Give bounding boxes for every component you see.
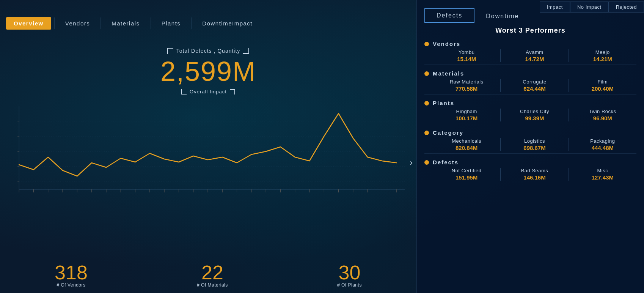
chart-container: Total Defects , Quantity 2,599M Overall … (8, 48, 409, 255)
performer-misc-name: Misc (569, 168, 636, 173)
chart-svg (8, 98, 409, 205)
divider-4 (424, 153, 636, 154)
vendors-label: # Of Vendors (55, 282, 88, 288)
performer-mechanicals: Mechanicals 820.84M (433, 138, 500, 151)
nav-divider-2 (101, 17, 101, 29)
performer-twin-rocks: Twin Rocks 96.90M (569, 109, 636, 121)
performer-not-certified-value: 151.95M (433, 174, 500, 181)
performer-meejo-name: Meejo (569, 49, 636, 55)
performer-bad-seams-name: Bad Seams (501, 168, 568, 173)
performer-raw-name: Raw Materials (433, 79, 500, 85)
materials-dot (424, 71, 429, 76)
performer-packaging-name: Packaging (569, 138, 636, 144)
defects-section: Defects Not Certified 151.95M Bad Seams … (424, 159, 636, 181)
nav-divider-3 (151, 17, 151, 29)
performer-film-value: 200.40M (569, 85, 636, 92)
materials-label: # Of Materials (197, 282, 228, 288)
materials-stat: 22 # Of Materials (197, 263, 228, 288)
materials-section-header: Materials (424, 70, 636, 77)
performer-mechanicals-name: Mechanicals (433, 138, 500, 144)
category-section-header: Category (424, 129, 636, 136)
vendors-stat: 318 # Of Vendors (55, 263, 88, 288)
divider-1 (424, 65, 636, 65)
category-dot (424, 131, 429, 135)
divider-2 (424, 94, 636, 95)
vendors-section: Vendors Yombu 15.14M Avamm 14.72M Meejo … (424, 41, 636, 65)
nav-item-vendors[interactable]: Vendors (58, 17, 98, 30)
defects-dot (424, 160, 429, 165)
performer-twin-rocks-name: Twin Rocks (569, 109, 636, 114)
performer-yombu: Yombu 15.14M (433, 49, 500, 62)
materials-count: 22 (197, 263, 228, 282)
performer-yombu-name: Yombu (433, 49, 500, 55)
nav-divider-4 (191, 17, 192, 29)
materials-section: Materials Raw Materials 770.58M Corrugat… (424, 70, 636, 95)
performer-charles-city: Charles City 99.39M (500, 109, 568, 121)
performer-charles-city-value: 99.39M (501, 115, 568, 121)
nav-item-downtime[interactable]: DowntimeImpact (195, 17, 260, 30)
materials-performers-row: Raw Materials 770.58M Corrugate 624.44M … (424, 79, 636, 92)
vendors-section-header: Vendors (424, 41, 636, 47)
nav-item-plants[interactable]: Plants (154, 17, 188, 30)
performer-corrugate-value: 624.44M (501, 85, 568, 92)
performer-avamm-value: 14.72M (501, 56, 568, 62)
defects-performers-row: Not Certified 151.95M Bad Seams 146.16M … (424, 168, 636, 181)
performer-misc: Misc 127.43M (569, 168, 636, 181)
bottom-stats: 318 # Of Vendors 22 # Of Materials 30 # … (0, 259, 416, 293)
line-chart-svg (8, 98, 409, 205)
performer-raw-value: 770.58M (433, 85, 500, 92)
performer-mechanicals-value: 820.84M (433, 145, 500, 151)
impact-button[interactable]: Impact (540, 2, 570, 13)
performer-not-certified-name: Not Certified (433, 168, 500, 173)
performer-meejo-value: 14.21M (569, 56, 636, 62)
overall-impact-label: Overall Impact (8, 89, 409, 95)
category-performers-row: Mechanicals 820.84M Logistics 698.67M Pa… (424, 138, 636, 151)
vendors-count: 318 (55, 263, 88, 282)
defects-section-header: Defects (424, 159, 636, 165)
next-arrow[interactable]: › (410, 158, 413, 168)
plants-section: Plants Hingham 100.17M Charles City 99.3… (424, 100, 636, 124)
performer-raw: Raw Materials 770.58M (433, 79, 500, 92)
performer-avamm: Avamm 14.72M (500, 49, 568, 62)
performer-charles-city-name: Charles City (501, 109, 568, 114)
performer-logistics: Logistics 698.67M (500, 138, 568, 151)
performer-twin-rocks-value: 96.90M (569, 115, 636, 121)
total-defects-number: 2,599M (8, 58, 409, 85)
performer-hingham-name: Hingham (433, 109, 500, 114)
performer-packaging: Packaging 444.48M (569, 138, 636, 151)
rejected-button[interactable]: Rejected (609, 2, 644, 13)
performer-corrugate-name: Corrugate (501, 79, 568, 85)
right-panel: Defects Downtime Worst 3 Performers Vend… (416, 0, 644, 293)
performer-hingham-value: 100.17M (433, 115, 500, 121)
performer-film-name: Film (569, 79, 636, 85)
performer-meejo: Meejo 14.21M (569, 49, 636, 62)
performer-corrugate: Corrugate 624.44M (500, 79, 568, 92)
performer-logistics-value: 698.67M (501, 145, 568, 151)
nav-item-overview[interactable]: Overview (6, 17, 51, 30)
performer-packaging-value: 444.48M (569, 145, 636, 151)
plants-performers-row: Hingham 100.17M Charles City 99.39M Twin… (424, 109, 636, 121)
category-section: Category Mechanicals 820.84M Logistics 6… (424, 129, 636, 154)
performer-misc-value: 127.43M (569, 174, 636, 181)
vendors-dot (424, 42, 429, 46)
plants-stat: 30 # Of Plants (337, 263, 362, 288)
nav-bar: Overview Vendors Materials Plants Downti… (0, 14, 644, 33)
plants-section-title: Plants (433, 100, 454, 106)
divider-3 (424, 124, 636, 124)
performer-film: Film 200.40M (569, 79, 636, 92)
category-section-title: Category (433, 129, 463, 136)
plants-dot (424, 101, 429, 106)
top-bar: Impact No Impact Rejected (540, 0, 644, 14)
plants-section-header: Plants (424, 100, 636, 106)
nav-item-materials[interactable]: Materials (104, 17, 147, 30)
performer-bad-seams-value: 146.16M (501, 174, 568, 181)
performer-avamm-name: Avamm (501, 49, 568, 55)
materials-section-title: Materials (433, 70, 464, 77)
performer-logistics-name: Logistics (501, 138, 568, 144)
defects-section-title: Defects (433, 159, 459, 165)
no-impact-button[interactable]: No Impact (570, 2, 609, 13)
performer-bad-seams: Bad Seams 146.16M (500, 168, 568, 181)
plants-label: # Of Plants (337, 282, 362, 288)
performer-hingham: Hingham 100.17M (433, 109, 500, 121)
vendors-section-title: Vendors (433, 41, 460, 47)
